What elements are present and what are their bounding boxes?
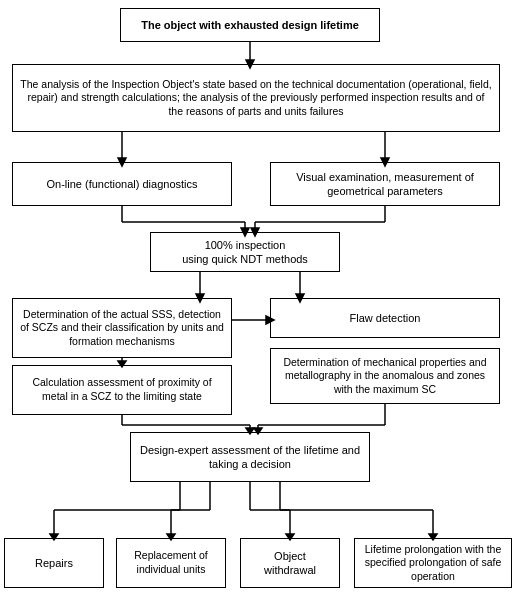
- box-replacement-text: Replacement of individual units: [123, 549, 219, 576]
- box-inspection-text: 100% inspection using quick NDT methods: [182, 238, 308, 267]
- box-withdrawal: Object withdrawal: [240, 538, 340, 588]
- box-inspection: 100% inspection using quick NDT methods: [150, 232, 340, 272]
- box-calculation-text: Calculation assessment of proximity of m…: [19, 376, 225, 403]
- box-visual-text: Visual examination, measurement of geome…: [277, 170, 493, 199]
- box-top-text: The object with exhausted design lifetim…: [141, 18, 359, 32]
- box-online-text: On-line (functional) diagnostics: [46, 177, 197, 191]
- box-top: The object with exhausted design lifetim…: [120, 8, 380, 42]
- box-design: Design-expert assessment of the lifetime…: [130, 432, 370, 482]
- box-flaw-text: Flaw detection: [350, 311, 421, 325]
- box-withdrawal-text: Object withdrawal: [247, 549, 333, 578]
- box-repairs-text: Repairs: [35, 556, 73, 570]
- box-lifetime-text: Lifetime prolongation with the specified…: [361, 543, 505, 584]
- box-repairs: Repairs: [4, 538, 104, 588]
- box-analysis-text: The analysis of the Inspection Object's …: [19, 78, 493, 119]
- box-mechanical: Determination of mechanical properties a…: [270, 348, 500, 404]
- box-determination-text: Determination of the actual SSS, detecti…: [19, 308, 225, 349]
- box-visual: Visual examination, measurement of geome…: [270, 162, 500, 206]
- box-calculation: Calculation assessment of proximity of m…: [12, 365, 232, 415]
- box-replacement: Replacement of individual units: [116, 538, 226, 588]
- box-mechanical-text: Determination of mechanical properties a…: [277, 356, 493, 397]
- box-flaw: Flaw detection: [270, 298, 500, 338]
- box-determination: Determination of the actual SSS, detecti…: [12, 298, 232, 358]
- box-design-text: Design-expert assessment of the lifetime…: [137, 443, 363, 472]
- box-online: On-line (functional) diagnostics: [12, 162, 232, 206]
- box-lifetime: Lifetime prolongation with the specified…: [354, 538, 512, 588]
- box-analysis: The analysis of the Inspection Object's …: [12, 64, 500, 132]
- diagram: The object with exhausted design lifetim…: [0, 0, 520, 604]
